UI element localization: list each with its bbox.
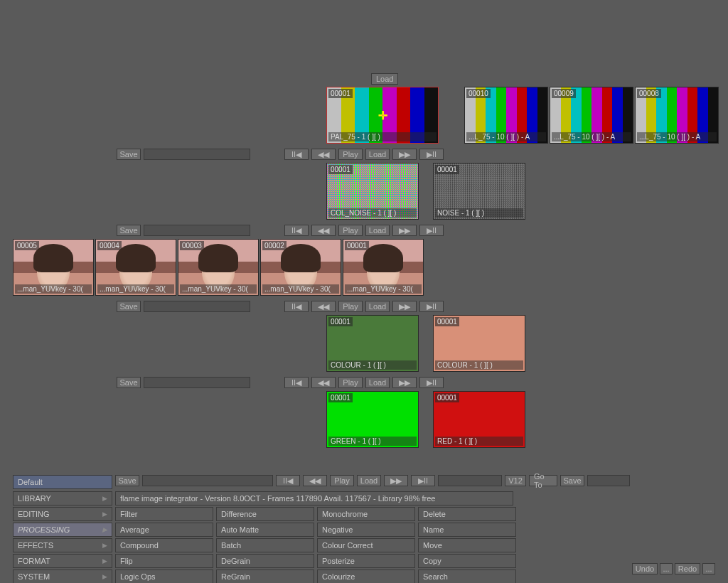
save-input[interactable] (142, 475, 273, 486)
play-button[interactable]: Play (330, 475, 354, 486)
clip-yuv5[interactable]: 00005...man_YUVkey - 30( (13, 239, 94, 296)
menu-item-batch[interactable]: Batch (216, 538, 314, 552)
step-back-button[interactable]: II◀ (284, 377, 309, 388)
load-button[interactable]: Load (365, 149, 390, 160)
redo-button[interactable]: Redo (675, 563, 700, 574)
menu-item-colour-correct[interactable]: Colour Correct (317, 538, 415, 552)
menu-item-filter[interactable]: Filter (115, 507, 213, 521)
clip-pal75-main[interactable]: ✛ 00001 PAL_75 - 1 ( ][ ) (326, 87, 439, 144)
load-button[interactable]: Load (371, 73, 398, 85)
menu-item-monochrome[interactable]: Monochrome (317, 507, 415, 521)
step-back-button[interactable]: II◀ (284, 301, 309, 312)
step-back-button[interactable]: II◀ (284, 149, 309, 160)
clip-colour-green[interactable]: 00001 COLOUR - 1 ( ][ ) (326, 315, 419, 372)
play-button[interactable]: Play (338, 377, 363, 388)
rewind-button[interactable]: ◀◀ (303, 475, 327, 486)
menu-tab-library[interactable]: LIBRARY▶ (13, 491, 112, 506)
default-button[interactable]: Default (13, 475, 112, 489)
clip-frame: 00001 (435, 317, 459, 326)
clip-pal75-b[interactable]: 00010 ...L_75 - 10 ( ][ ) - A (464, 87, 548, 144)
version-button[interactable]: V12 (505, 475, 526, 486)
save-button[interactable]: Save (117, 225, 141, 236)
clip-bw-noise[interactable]: 00001 NOISE - 1 ( ][ ) (433, 163, 525, 220)
forward-button[interactable]: ▶▶ (392, 301, 417, 312)
load-button[interactable]: Load (365, 377, 390, 388)
save-button[interactable]: Save (117, 377, 141, 388)
rewind-button[interactable]: ◀◀ (311, 225, 336, 236)
menu-item-regrain[interactable]: ReGrain (216, 569, 314, 583)
clip-col-noise[interactable]: 00001 COL_NOISE - 1 ( ][ ) (326, 163, 419, 220)
rewind-button[interactable]: ◀◀ (311, 149, 336, 160)
clip-label: ...man_YUVkey - 30( (345, 284, 422, 294)
menu-item-difference[interactable]: Difference (216, 507, 314, 521)
menu-tab-effects[interactable]: EFFECTS▶ (13, 538, 112, 552)
step-fwd-button[interactable]: ▶II (419, 225, 444, 236)
menu-tab-system[interactable]: SYSTEM▶ (13, 569, 112, 583)
clip-frame: 00003 (180, 241, 204, 250)
menu-item-degrain[interactable]: DeGrain (216, 554, 314, 568)
rewind-button[interactable]: ◀◀ (311, 301, 336, 312)
forward-button[interactable]: ▶▶ (392, 377, 417, 388)
save-button[interactable]: Save (117, 149, 141, 160)
menu-item-colourize[interactable]: Colourize (317, 569, 415, 583)
forward-button[interactable]: ▶▶ (392, 149, 417, 160)
save-input[interactable] (587, 475, 630, 486)
clip-yuv2[interactable]: 00002...man_YUVkey - 30( (260, 239, 341, 296)
rewind-button[interactable]: ◀◀ (311, 377, 336, 388)
undo-more-button[interactable]: ... (660, 563, 673, 574)
spacer-input[interactable] (438, 475, 502, 486)
redo-more-button[interactable]: ... (702, 563, 715, 574)
play-button[interactable]: Play (338, 225, 363, 236)
clip-red[interactable]: 00001 RED - 1 ( ][ ) (433, 391, 525, 448)
menu-item-negative[interactable]: Negative (317, 523, 415, 537)
clip-frame: 00010 (466, 89, 491, 98)
step-fwd-button[interactable]: ▶II (419, 301, 444, 312)
goto-button[interactable]: Go To (529, 475, 557, 486)
save-input[interactable] (144, 225, 250, 236)
load-button[interactable]: Load (365, 225, 390, 236)
menu-tab-editing[interactable]: EDITING▶ (13, 507, 112, 521)
menu-item-posterize[interactable]: Posterize (317, 554, 415, 568)
menu-item-move[interactable]: Move (418, 538, 516, 552)
load-button[interactable]: Load (365, 301, 390, 312)
play-button[interactable]: Play (338, 301, 363, 312)
clip-colour-peach[interactable]: 00001 COLOUR - 1 ( ][ ) (433, 315, 525, 372)
menu-item-compound[interactable]: Compound (115, 538, 213, 552)
menu-item-flip[interactable]: Flip (115, 554, 213, 568)
forward-button[interactable]: ▶▶ (384, 475, 408, 486)
menu-item-auto-matte[interactable]: Auto Matte (216, 523, 314, 537)
menu-item-search[interactable]: Search (418, 569, 516, 583)
clip-yuv4[interactable]: 00004...man_YUVkey - 30( (95, 239, 176, 296)
clip-yuv1[interactable]: 00001...man_YUVkey - 30( (343, 239, 424, 296)
step-back-button[interactable]: II◀ (276, 475, 300, 486)
load-button[interactable]: Load (357, 475, 381, 486)
clip-pal75-c[interactable]: 00009 ...L_75 - 10 ( ][ ) - A (550, 87, 633, 144)
menu-item-delete[interactable]: Delete (418, 507, 516, 521)
menu-tab-format[interactable]: FORMAT▶ (13, 554, 112, 568)
play-button[interactable]: Play (338, 149, 363, 160)
clip-pal75-d[interactable]: 00008 ...L_75 - 10 ( ][ ) - A (635, 87, 719, 144)
step-fwd-button[interactable]: ▶II (411, 475, 435, 486)
menu-item-logic-ops[interactable]: Logic Ops (115, 569, 213, 583)
clip-green[interactable]: 00001 GREEN - 1 ( ][ ) (326, 391, 419, 448)
clip-yuv3[interactable]: 00003...man_YUVkey - 30( (178, 239, 259, 296)
menu-item-name[interactable]: Name (418, 523, 516, 537)
step-fwd-button[interactable]: ▶II (419, 149, 444, 160)
clip-frame: 00001 (435, 165, 459, 174)
save-button[interactable]: Save (560, 475, 584, 486)
save-button[interactable]: Save (115, 475, 139, 486)
menu-item-copy[interactable]: Copy (418, 554, 516, 568)
forward-button[interactable]: ▶▶ (392, 225, 417, 236)
menu-item-average[interactable]: Average (115, 523, 213, 537)
step-back-button[interactable]: II◀ (284, 225, 309, 236)
chevron-right-icon: ▶ (102, 557, 107, 565)
save-input[interactable] (144, 377, 250, 388)
save-input[interactable] (144, 301, 250, 312)
menu-tab-processing[interactable]: PROCESSING▶ (13, 523, 112, 537)
clip-label: RED - 1 ( ][ ) (435, 437, 523, 446)
clip-frame: 00009 (552, 89, 576, 98)
save-button[interactable]: Save (117, 301, 141, 312)
save-input[interactable] (144, 149, 250, 160)
undo-button[interactable]: Undo (632, 563, 658, 574)
step-fwd-button[interactable]: ▶II (419, 377, 444, 388)
